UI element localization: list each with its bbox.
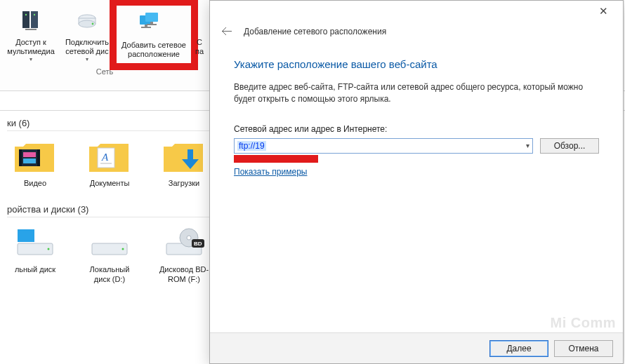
ribbon-group-network: Доступ к мультимедиа ▾ Подключить сетево… — [3, 4, 206, 76]
dialog-footer: Далее Отмена — [210, 332, 623, 363]
svg-text:BD: BD — [194, 241, 202, 247]
tile-label: Загрузки — [169, 179, 199, 189]
bd-rom-icon: BD — [162, 224, 206, 262]
svg-point-24 — [48, 248, 50, 250]
downloads-folder-icon — [162, 138, 206, 176]
svg-point-7 — [92, 23, 94, 25]
tile-label: Дисковод BD-ROM (F:) — [156, 265, 212, 285]
svg-rect-9 — [145, 13, 158, 22]
input-value: ftp://19 — [237, 141, 266, 151]
tile-label: льный диск — [15, 265, 55, 275]
show-examples-link[interactable]: Показать примеры — [234, 167, 307, 177]
dialog-title: Добавление сетевого расположения — [244, 27, 386, 36]
svg-rect-11 — [150, 22, 153, 24]
svg-point-26 — [122, 248, 124, 250]
ribbon-btn-map-drive[interactable]: Подключить сетевой дис ▾ — [59, 4, 115, 66]
add-network-location-dialog: ✕ 🡠 Добавление сетевого расположения Ука… — [209, 0, 624, 364]
svg-rect-23 — [18, 229, 34, 242]
documents-folder-icon: A — [87, 138, 132, 176]
svg-rect-15 — [19, 149, 22, 166]
chevron-down-icon[interactable]: ▾ — [526, 142, 529, 149]
drive-local-c[interactable]: льный диск — [7, 224, 63, 285]
svg-rect-12 — [141, 27, 151, 28]
next-button[interactable]: Далее — [489, 340, 548, 357]
tile-label: Документы — [90, 179, 130, 189]
ribbon-btn-control-panel[interactable]: С па — [192, 4, 206, 59]
link-label: Показать примеры — [234, 167, 307, 177]
folder-downloads[interactable]: Загрузки — [156, 138, 212, 189]
local-disk-icon — [13, 224, 58, 262]
browse-button[interactable]: Обзор... — [540, 138, 599, 154]
ribbon-group-label: Сеть — [96, 67, 113, 76]
ribbon-btn-label: Доступ к мультимедиа — [4, 38, 58, 56]
svg-rect-0 — [22, 11, 29, 28]
svg-rect-18 — [23, 159, 36, 163]
tile-label: Видео — [24, 179, 46, 189]
videos-folder-icon — [13, 138, 58, 176]
back-button[interactable]: 🡠 — [220, 25, 234, 39]
close-icon: ✕ — [599, 5, 608, 18]
network-address-input[interactable]: ftp://19 ▾ — [234, 138, 533, 154]
folder-documents[interactable]: A Документы — [81, 138, 138, 189]
local-disk-icon — [87, 224, 132, 262]
arrow-left-icon: 🡠 — [221, 25, 232, 38]
svg-rect-14 — [19, 149, 40, 166]
svg-rect-1 — [31, 11, 38, 28]
svg-rect-13 — [147, 24, 157, 25]
dropdown-icon: ▾ — [86, 56, 88, 63]
dialog-description: Введите адрес веб-сайта, FTP-сайта или с… — [234, 81, 599, 106]
dropdown-icon: ▾ — [29, 56, 32, 63]
button-label: Далее — [506, 344, 531, 353]
ribbon-btn-media-access[interactable]: Доступ к мультимедиа ▾ — [3, 4, 59, 66]
drive-bd-rom[interactable]: BD Дисковод BD-ROM (F:) — [156, 224, 212, 285]
svg-text:A: A — [101, 151, 109, 163]
dialog-body: Укажите расположение вашего веб-сайта Вв… — [210, 50, 623, 332]
button-label: Обзор... — [554, 141, 586, 151]
svg-point-2 — [25, 14, 27, 15]
svg-point-3 — [34, 14, 35, 15]
close-button[interactable]: ✕ — [589, 1, 617, 21]
dialog-heading: Укажите расположение вашего веб-сайта — [234, 58, 599, 70]
ribbon-btn-add-network-location[interactable]: Добавить сетевое расположение — [115, 4, 192, 65]
address-field-label: Сетевой адрес или адрес в Интернете: — [234, 124, 599, 134]
ribbon-btn-label: Подключить сетевой дис — [60, 38, 114, 56]
svg-point-29 — [187, 236, 191, 240]
add-network-location-icon — [138, 10, 169, 38]
svg-rect-17 — [23, 152, 36, 157]
ribbon-btn-label: Добавить сетевое расположение — [118, 41, 190, 59]
drive-local-d[interactable]: Локальный диск (D:) — [81, 224, 138, 285]
redaction-bar — [234, 155, 318, 163]
cancel-button[interactable]: Отмена — [554, 340, 613, 357]
dialog-header: 🡠 Добавление сетевого расположения — [210, 22, 623, 50]
map-drive-icon — [74, 7, 100, 35]
media-server-icon — [18, 7, 44, 35]
button-label: Отмена — [568, 344, 598, 353]
folder-videos[interactable]: Видео — [7, 138, 63, 189]
svg-rect-16 — [37, 149, 40, 166]
dialog-titlebar: ✕ — [210, 1, 623, 22]
tile-label: Локальный диск (D:) — [81, 265, 138, 285]
ribbon-btn-label: С па — [194, 38, 205, 56]
